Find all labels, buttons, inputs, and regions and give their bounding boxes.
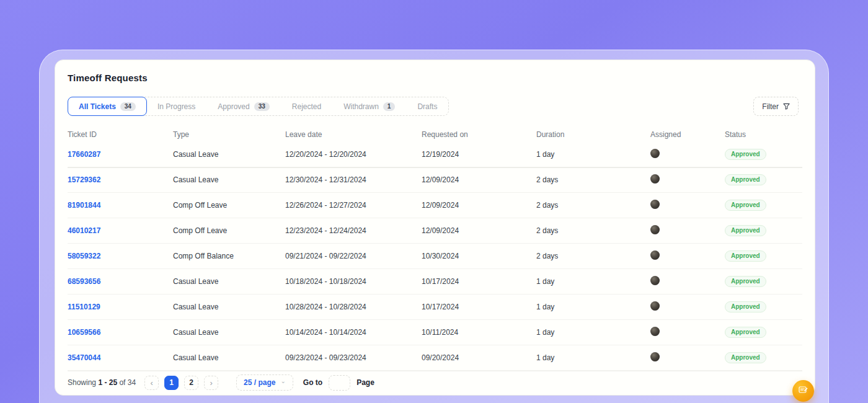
page-2-button[interactable]: 2 [184, 376, 198, 390]
tab-in-progress[interactable]: In Progress [146, 97, 206, 115]
ticket-id-link[interactable]: 81901844 [68, 201, 100, 210]
requested-on-cell: 10/17/2024 [422, 277, 536, 286]
ticket-id-link[interactable]: 68593656 [68, 277, 100, 286]
tab-drafts[interactable]: Drafts [406, 97, 448, 115]
ticket-id-link[interactable]: 46010217 [68, 226, 100, 235]
leave-date-cell: 09/21/2024 - 09/22/2024 [285, 252, 422, 260]
leave-date-cell: 12/30/2024 - 12/31/2024 [285, 175, 422, 184]
duration-cell: 1 day [536, 277, 650, 286]
col-type: Type [173, 130, 285, 139]
assigned-cell [650, 352, 725, 363]
tab-label: In Progress [157, 102, 195, 111]
status-cell: Approved [725, 200, 802, 211]
col-status: Status [725, 130, 802, 139]
table-row[interactable]: 46010217 Comp Off Leave 12/23/2024 - 12/… [68, 218, 802, 244]
duration-cell: 1 day [536, 150, 650, 159]
table-row[interactable]: 10659566 Casual Leave 10/14/2024 - 10/14… [68, 320, 802, 345]
status-cell: Approved [725, 352, 802, 363]
avatar [650, 149, 660, 158]
status-badge: Approved [725, 225, 766, 236]
col-assigned: Assigned [650, 130, 725, 139]
per-page-select[interactable]: 25 / page ⌄ [236, 374, 293, 391]
filter-funnel-icon [783, 103, 790, 110]
leave-date-cell: 12/26/2024 - 12/27/2024 [285, 201, 422, 210]
type-cell: Comp Off Leave [173, 201, 285, 210]
goto-page-input[interactable] [329, 375, 350, 391]
type-cell: Comp Off Balance [173, 252, 285, 260]
showing-text: Showing 1 - 25 of 34 [68, 378, 136, 387]
type-cell: Casual Leave [173, 175, 285, 184]
col-requested-on: Requested on [422, 130, 536, 139]
tab-label: Rejected [292, 102, 321, 111]
page-title: Timeoff Requests [68, 73, 802, 83]
table-row[interactable]: 15729362 Casual Leave 12/30/2024 - 12/31… [68, 167, 802, 193]
page-1-button[interactable]: 1 [164, 376, 179, 390]
type-cell: Casual Leave [173, 277, 285, 286]
status-cell: Approved [725, 149, 802, 160]
status-cell: Approved [725, 327, 802, 338]
assigned-cell [650, 174, 725, 185]
requested-on-cell: 12/09/2024 [422, 175, 536, 184]
requested-on-cell: 12/19/2024 [422, 150, 536, 159]
requested-on-cell: 09/20/2024 [422, 353, 536, 362]
tab-label: Approved [218, 102, 249, 111]
type-cell: Casual Leave [173, 303, 285, 311]
table-row[interactable]: 17660287 Casual Leave 12/20/2024 - 12/20… [68, 142, 802, 167]
table-row[interactable]: 58059322 Comp Off Balance 09/21/2024 - 0… [68, 244, 802, 269]
tab-label: Drafts [417, 102, 437, 111]
type-cell: Comp Off Leave [173, 226, 285, 235]
tab-bar: All Tickets 34 In Progress Approved 33 R… [68, 97, 449, 116]
avatar [650, 301, 660, 311]
ticket-id-link[interactable]: 11510129 [68, 303, 100, 311]
tab-approved[interactable]: Approved 33 [206, 97, 281, 115]
type-cell: Casual Leave [173, 328, 285, 337]
duration-cell: 1 day [536, 303, 650, 311]
feedback-fab-button[interactable] [792, 380, 814, 402]
status-cell: Approved [725, 301, 802, 312]
tab-all-tickets[interactable]: All Tickets 34 [68, 97, 147, 116]
table-row[interactable]: 35470044 Casual Leave 09/23/2024 - 09/23… [68, 345, 802, 371]
next-page-button[interactable]: › [204, 376, 218, 390]
tab-label: All Tickets [79, 102, 116, 111]
col-leave-date: Leave date [285, 130, 422, 139]
avatar [650, 174, 660, 184]
avatar [650, 276, 660, 285]
status-badge: Approved [725, 276, 766, 287]
tab-label: Withdrawn [343, 102, 379, 111]
leave-date-cell: 10/28/2024 - 10/28/2024 [285, 303, 422, 311]
tab-withdrawn[interactable]: Withdrawn 1 [332, 97, 406, 115]
status-badge: Approved [725, 149, 766, 160]
status-badge: Approved [725, 352, 766, 363]
prev-page-button[interactable]: ‹ [144, 376, 159, 390]
ticket-id-link[interactable]: 17660287 [68, 150, 100, 159]
status-badge: Approved [725, 200, 766, 211]
table-row[interactable]: 11510129 Casual Leave 10/28/2024 - 10/28… [68, 294, 802, 320]
filter-button[interactable]: Filter [753, 97, 799, 116]
filter-button-label: Filter [762, 102, 779, 111]
per-page-value: 25 / page [244, 378, 275, 387]
assigned-cell [650, 225, 725, 236]
status-cell: Approved [725, 276, 802, 287]
duration-cell: 2 days [536, 201, 650, 210]
leave-date-cell: 12/20/2024 - 12/20/2024 [285, 150, 422, 159]
status-badge: Approved [725, 174, 766, 185]
leave-date-cell: 09/23/2024 - 09/23/2024 [285, 353, 422, 362]
ticket-id-link[interactable]: 35470044 [68, 353, 100, 362]
avatar [650, 200, 660, 209]
tab-rejected[interactable]: Rejected [281, 97, 332, 115]
ticket-id-link[interactable]: 10659566 [68, 328, 100, 337]
table-row[interactable]: 81901844 Comp Off Leave 12/26/2024 - 12/… [68, 193, 802, 218]
requested-on-cell: 12/09/2024 [422, 226, 536, 235]
ticket-id-link[interactable]: 15729362 [68, 175, 100, 184]
duration-cell: 2 days [536, 175, 650, 184]
requested-on-cell: 10/11/2024 [422, 328, 536, 337]
table-header: Ticket ID Type Leave date Requested on D… [68, 127, 802, 142]
table-row[interactable]: 68593656 Casual Leave 10/18/2024 - 10/18… [68, 269, 802, 294]
duration-cell: 1 day [536, 353, 650, 362]
pagination-bar: Showing 1 - 25 of 34 ‹ 1 2 › 25 / page ⌄… [68, 371, 802, 394]
assigned-cell [650, 301, 725, 312]
ticket-id-link[interactable]: 58059322 [68, 252, 100, 260]
leave-date-cell: 10/14/2024 - 10/14/2024 [285, 328, 422, 337]
type-cell: Casual Leave [173, 150, 285, 159]
table-body: 17660287 Casual Leave 12/20/2024 - 12/20… [68, 142, 802, 371]
